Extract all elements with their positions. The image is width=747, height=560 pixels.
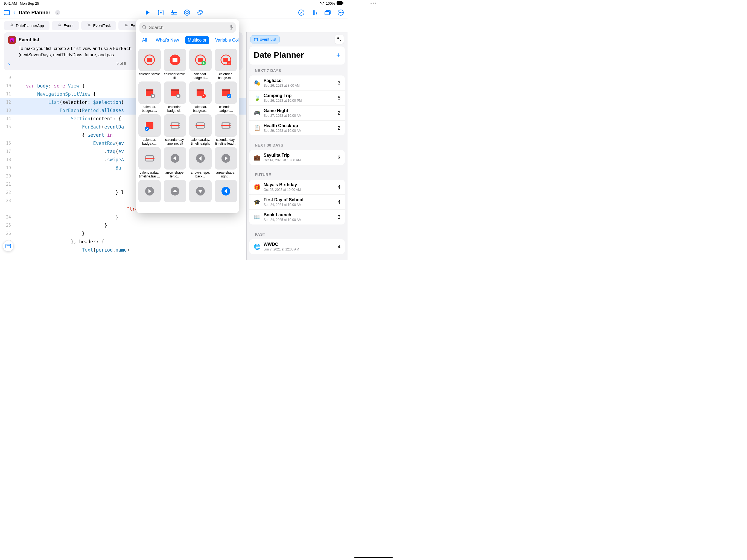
more-circle-icon[interactable] [338, 9, 344, 16]
section-header: Next 30 Days [249, 139, 345, 150]
stop-icon[interactable] [158, 9, 164, 16]
symbol-cell[interactable]: calendar.badge.c... [213, 81, 238, 113]
sliders-icon[interactable] [171, 9, 177, 16]
symbol-cell[interactable]: calendar.badge.pl... [188, 49, 212, 80]
symbol-cell[interactable] [213, 180, 238, 212]
windows-icon[interactable] [325, 9, 331, 16]
symbol-cell[interactable]: calendar.circle [137, 49, 162, 80]
checkmark-circle-icon[interactable] [298, 9, 304, 16]
svg-point-88 [153, 158, 154, 159]
symbol-label: calendar.badge.c... [137, 137, 162, 146]
event-row[interactable]: 🎮Game NightSep 27, 2023 at 10:00 AM2 [249, 105, 345, 120]
symbol-cell[interactable]: calendar.circle.fill [163, 49, 187, 80]
swift-icon [87, 23, 91, 28]
event-row[interactable]: 🎁Maya's BirthdayOct 25, 2023 at 10:00 AM… [249, 180, 345, 195]
wifi-icon [320, 1, 324, 5]
event-row[interactable]: 📖Book LaunchSep 24, 2025 at 10:00 AM3 [249, 209, 345, 225]
svg-rect-0 [337, 1, 343, 5]
star-circle-icon[interactable] [184, 9, 190, 16]
picker-tab[interactable]: Variable Color [212, 36, 239, 44]
symbol-cell[interactable] [188, 180, 212, 212]
svg-point-78 [204, 125, 205, 126]
code-line[interactable]: 25 } [0, 221, 247, 229]
svg-point-24 [340, 12, 341, 13]
symbol-label: calendar.badge.cl... [137, 104, 162, 113]
symbol-cell[interactable]: calendar.day.timeline.right [188, 114, 212, 146]
svg-point-13 [199, 12, 199, 12]
symbol-label: calendar.badge.pl... [188, 71, 212, 80]
file-tab[interactable]: EventTask [81, 21, 117, 30]
doc-back-button[interactable]: ‹ [8, 60, 10, 67]
file-tab[interactable]: Event [52, 21, 79, 30]
event-list-card: 💼Sayulita TripOct 14, 2023 at 10:00 AM3 [249, 150, 345, 165]
svg-point-23 [339, 12, 340, 13]
library-icon[interactable] [311, 9, 317, 16]
symbol-cell[interactable]: calendar.badge.cl... [137, 81, 162, 113]
search-field[interactable] [139, 22, 236, 33]
chevron-down-icon[interactable]: ⌄ [55, 10, 60, 15]
symbol-label: calendar.circle [138, 71, 160, 80]
symbol-label: calendar.badge.cl... [163, 104, 187, 113]
event-date: Sep 24, 2024 at 10:00 AM [264, 203, 334, 207]
event-list-card: 🎁Maya's BirthdayOct 25, 2023 at 10:00 AM… [249, 180, 345, 225]
file-tab[interactable]: DatePlannerApp [4, 21, 50, 30]
symbol-label: arrow-shape.back... [188, 170, 212, 179]
picker-tabs: AllWhat's NewMulticolorVariable ColorCom [136, 36, 239, 47]
code-line[interactable]: 24 } [0, 213, 247, 221]
expand-button[interactable] [335, 35, 344, 44]
symbol-cell[interactable]: calendar.badge.cl... [163, 81, 187, 113]
code-line[interactable]: 27 }, header: { [0, 238, 247, 246]
event-icon: 📋 [254, 125, 260, 131]
picker-tab[interactable]: All [139, 36, 150, 44]
preview-chip[interactable]: Event List [251, 35, 280, 44]
event-name: Health Check-up [264, 123, 334, 128]
battery-icon [337, 1, 344, 5]
symbol-cell[interactable] [163, 180, 187, 212]
code-line[interactable]: 28 Text(period.name) [0, 246, 247, 254]
event-row[interactable]: 📋Health Check-upSep 29, 2023 at 10:00 AM… [249, 120, 345, 135]
svg-rect-34 [231, 25, 232, 28]
mic-icon[interactable] [230, 25, 233, 31]
symbol-cell[interactable] [137, 180, 162, 212]
event-row[interactable]: 🌐WWDCJun 7, 2021 at 12:00 AM4 [249, 239, 345, 254]
picker-tab[interactable]: What's New [153, 36, 182, 44]
app-title[interactable]: Date Planner [19, 9, 50, 16]
palette-icon[interactable] [197, 9, 203, 16]
symbol-cell[interactable]: calendar.badge.m... [213, 49, 238, 80]
svg-point-72 [179, 125, 180, 126]
symbol-cell[interactable]: calendar.badge.c... [137, 114, 162, 146]
event-row[interactable]: 💼Sayulita TripOct 14, 2023 at 10:00 AM3 [249, 150, 345, 165]
event-name: Game Night [264, 108, 334, 113]
play-icon[interactable] [145, 9, 151, 16]
back-button[interactable]: ‹ [13, 9, 15, 17]
search-input[interactable] [149, 25, 228, 30]
event-count: 5 [338, 95, 340, 101]
code-line[interactable]: 26 } [0, 229, 247, 238]
symbol-cell[interactable]: arrow-shape.back... [188, 147, 212, 179]
symbol-label: calendar.day.timeline.left [163, 137, 187, 146]
sidebar-toggle-icon[interactable] [4, 9, 10, 16]
symbol-cell[interactable]: arrow-shape.right... [213, 147, 238, 179]
symbol-cell[interactable]: calendar.day.timeline.left [163, 114, 187, 146]
svg-point-71 [179, 123, 180, 124]
event-row[interactable]: 🍃Camping TripSep 26, 2023 at 10:00 PM5 [249, 90, 345, 105]
event-row[interactable]: 🎓First Day of SchoolSep 24, 2024 at 10:0… [249, 195, 345, 209]
event-row[interactable]: 🎭PagliacciSep 26, 2023 at 8:00 AM3 [249, 75, 345, 90]
symbol-cell[interactable]: calendar.day.timeline.traili... [137, 147, 162, 179]
symbol-cell[interactable]: calendar.day.timeline.lead... [213, 114, 238, 146]
symbol-grid[interactable]: calendar.circlecalendar.circle.fillcalen… [136, 47, 239, 213]
symbol-label: calendar.badge.c... [213, 104, 238, 113]
event-list-card: 🌐WWDCJun 7, 2021 at 12:00 AM4 [249, 239, 345, 254]
doc-toggle-button[interactable] [3, 240, 14, 252]
svg-point-83 [230, 123, 231, 124]
picker-tab[interactable]: Multicolor [185, 36, 209, 44]
symbol-label: calendar.day.timeline.traili... [137, 170, 162, 179]
symbol-cell[interactable]: calendar.badge.e... [188, 81, 212, 113]
event-count: 4 [338, 244, 340, 250]
symbol-cell[interactable]: arrow-shape.left.c... [163, 147, 187, 179]
svg-point-84 [230, 125, 231, 126]
add-button[interactable]: + [336, 51, 340, 59]
status-bar: 9:41 AM Mon Sep 25 ••• 100% [0, 0, 347, 6]
event-icon: 🌐 [254, 244, 260, 250]
svg-point-67 [145, 127, 149, 131]
